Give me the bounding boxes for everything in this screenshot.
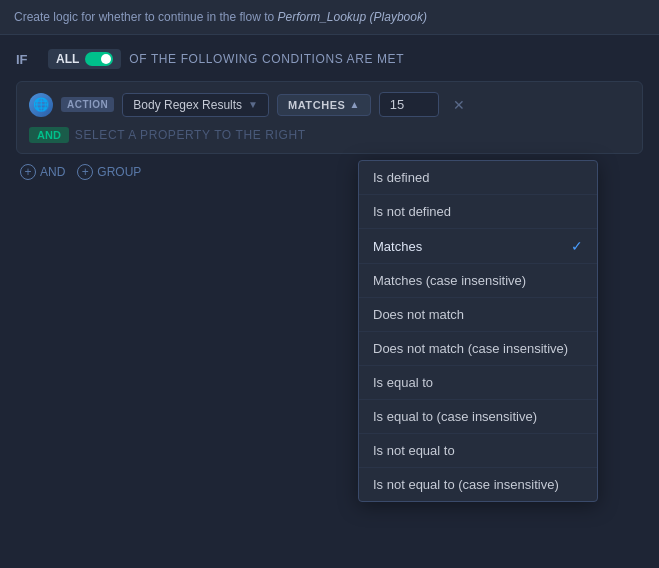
matches-chevron-up-icon: ▲: [349, 99, 359, 110]
add-and-label: AND: [40, 165, 65, 179]
dropdown-item-label: Is not defined: [373, 204, 451, 219]
dropdown-item[interactable]: Does not match: [359, 298, 597, 332]
globe-icon: 🌐: [29, 93, 53, 117]
dropdown-item[interactable]: Matches✓: [359, 229, 597, 264]
and-badge: AND: [29, 127, 69, 143]
dropdown-item-label: Matches (case insensitive): [373, 273, 526, 288]
dropdown-item[interactable]: Is not defined: [359, 195, 597, 229]
if-row: IF ALL OF THE FOLLOWING CONDITIONS ARE M…: [16, 49, 643, 69]
all-label: ALL: [56, 52, 79, 66]
add-and-button[interactable]: + AND: [20, 164, 65, 180]
dropdown-item-label: Is defined: [373, 170, 429, 185]
property-name: Body Regex Results: [133, 98, 242, 112]
matches-button[interactable]: MATCHES ▲: [277, 94, 371, 116]
dropdown-item-label: Matches: [373, 239, 422, 254]
dropdown-item[interactable]: Is equal to (case insensitive): [359, 400, 597, 434]
and-property-row: AND SELECT A PROPERTY TO THE RIGHT: [29, 127, 630, 143]
dropdown-item-label: Is equal to (case insensitive): [373, 409, 537, 424]
dropdown-item-label: Does not match: [373, 307, 464, 322]
property-selector[interactable]: Body Regex Results ▼: [122, 93, 269, 117]
dropdown-item-label: Is equal to: [373, 375, 433, 390]
property-chevron-down-icon: ▼: [248, 99, 258, 110]
dropdown-item-label: Is not equal to (case insensitive): [373, 477, 559, 492]
all-toggle-button[interactable]: ALL: [48, 49, 121, 69]
add-group-circle-icon: +: [77, 164, 93, 180]
add-and-circle-icon: +: [20, 164, 36, 180]
top-bar-italic: Perform_Lookup (Playbook): [277, 10, 426, 24]
if-label: IF: [16, 52, 40, 67]
add-group-button[interactable]: + GROUP: [77, 164, 141, 180]
dropdown-item[interactable]: Is defined: [359, 161, 597, 195]
conditions-text: OF THE FOLLOWING CONDITIONS ARE MET: [129, 52, 404, 66]
top-bar-text: Create logic for whether to continue in …: [14, 10, 277, 24]
select-property-hint: SELECT A PROPERTY TO THE RIGHT: [75, 128, 306, 142]
add-group-label: GROUP: [97, 165, 141, 179]
top-bar: Create logic for whether to continue in …: [0, 0, 659, 35]
action-badge: ACTION: [61, 97, 114, 112]
condition-dropdown: Is definedIs not definedMatches✓Matches …: [358, 160, 598, 502]
value-input[interactable]: [379, 92, 439, 117]
dropdown-item-label: Does not match (case insensitive): [373, 341, 568, 356]
dropdown-item[interactable]: Is not equal to (case insensitive): [359, 468, 597, 501]
close-button[interactable]: ✕: [447, 95, 471, 115]
condition-row: 🌐 ACTION Body Regex Results ▼ MATCHES ▲ …: [29, 92, 630, 117]
checkmark-icon: ✓: [571, 238, 583, 254]
dropdown-item[interactable]: Is not equal to: [359, 434, 597, 468]
dropdown-item[interactable]: Does not match (case insensitive): [359, 332, 597, 366]
dropdown-item[interactable]: Matches (case insensitive): [359, 264, 597, 298]
condition-box: 🌐 ACTION Body Regex Results ▼ MATCHES ▲ …: [16, 81, 643, 154]
dropdown-item[interactable]: Is equal to: [359, 366, 597, 400]
dropdown-item-label: Is not equal to: [373, 443, 455, 458]
matches-label: MATCHES: [288, 99, 345, 111]
toggle-switch[interactable]: [85, 52, 113, 66]
